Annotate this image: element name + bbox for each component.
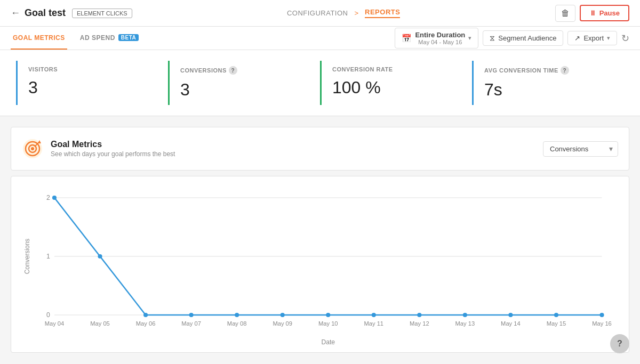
svg-text:May 16: May 16 (592, 320, 612, 327)
tab-goal-metrics[interactable]: GOAL METRICS (11, 27, 67, 50)
pause-icon: ⏸ (589, 9, 596, 17)
metric-label: VISITORS (28, 66, 147, 72)
target-icon (22, 138, 43, 159)
svg-text:May 06: May 06 (136, 320, 156, 327)
svg-text:May 09: May 09 (273, 320, 292, 327)
filter-icon: ⧖ (490, 34, 495, 43)
export-button[interactable]: ↗ Export ▾ (567, 31, 617, 45)
svg-point-34 (372, 313, 376, 317)
metric-label: CONVERSION RATE (332, 66, 451, 72)
svg-point-31 (235, 313, 239, 317)
metric-label: AVG CONVERSION TIME? (484, 66, 603, 75)
nav-center: CONFIGURATION > REPORTS (132, 8, 555, 18)
svg-text:May 08: May 08 (227, 320, 247, 327)
page-title: Goal test (25, 7, 66, 19)
chart-area: 012May 04May 05May 06May 07May 08May 09M… (22, 187, 618, 347)
goal-metrics-header: Goal Metrics See which days your goal pe… (22, 138, 618, 159)
metrics-section: VISITORS3CONVERSIONS?3CONVERSION RATE100… (0, 50, 640, 116)
export-label: Export (583, 34, 604, 42)
svg-point-3 (31, 147, 34, 150)
segment-audience-button[interactable]: ⧖ Segment Audience (483, 30, 563, 46)
metric-value: 3 (180, 80, 299, 100)
metric-label: CONVERSIONS? (180, 66, 299, 75)
chevron-down-icon: ▾ (607, 35, 610, 42)
svg-text:1: 1 (46, 253, 50, 260)
delete-button[interactable]: 🗑 (555, 5, 575, 22)
svg-point-29 (143, 313, 148, 317)
svg-text:May 05: May 05 (90, 320, 110, 327)
date-picker-button[interactable]: 📅 Entire Duration May 04 - May 16 ▾ (395, 28, 478, 48)
svg-point-28 (98, 254, 102, 258)
date-sub: May 04 - May 16 (415, 39, 465, 45)
svg-point-38 (554, 313, 558, 317)
metric-help-icon[interactable]: ? (561, 66, 569, 75)
svg-point-36 (463, 313, 467, 317)
svg-point-37 (508, 313, 513, 317)
svg-text:Date: Date (321, 338, 335, 346)
svg-point-33 (326, 313, 330, 317)
svg-text:Conversions: Conversions (23, 239, 31, 274)
pause-label: Pause (599, 9, 620, 17)
nav-reports[interactable]: REPORTS (365, 8, 400, 18)
svg-text:May 04: May 04 (45, 320, 65, 327)
tabs-bar: GOAL METRICS AD SPEND BETA 📅 Entire Dura… (0, 27, 640, 50)
svg-text:May 10: May 10 (318, 320, 338, 327)
svg-text:May 07: May 07 (181, 320, 201, 327)
header-actions: 🗑 ⏸ Pause (555, 5, 629, 22)
svg-text:May 11: May 11 (364, 320, 383, 327)
svg-point-35 (417, 313, 421, 317)
beta-badge: BETA (118, 34, 139, 41)
calendar-icon: 📅 (402, 34, 412, 43)
tabs: GOAL METRICS AD SPEND BETA (11, 27, 151, 50)
metric-card: AVG CONVERSION TIME?7s (472, 61, 613, 105)
conversions-select[interactable]: ConversionsVisitorsConversion Rate (543, 141, 618, 157)
metric-card: CONVERSION RATE100 % (320, 61, 461, 105)
element-clicks-badge: ELEMENT CLICKS (72, 9, 132, 18)
export-icon: ↗ (574, 34, 580, 42)
content: Goal Metrics See which days your goal pe… (0, 116, 640, 363)
metric-help-icon[interactable]: ? (229, 66, 237, 75)
refresh-button[interactable]: ↻ (621, 33, 629, 44)
svg-point-30 (189, 313, 194, 317)
segment-label: Segment Audience (498, 34, 556, 42)
svg-text:May 13: May 13 (455, 320, 475, 327)
metric-card: CONVERSIONS?3 (168, 61, 309, 105)
metric-value: 100 % (332, 78, 451, 98)
nav-arrow-icon: > (354, 9, 358, 17)
chevron-down-icon: ▾ (468, 35, 471, 42)
svg-point-27 (52, 196, 57, 200)
pause-button[interactable]: ⏸ Pause (580, 5, 629, 21)
date-main: Entire Duration (415, 31, 465, 39)
chart-container: 012May 04May 05May 06May 07May 08May 09M… (11, 176, 629, 353)
goal-metrics-subtitle: See which days your goal performs the be… (51, 150, 175, 158)
metric-card: VISITORS3 (16, 61, 157, 105)
conversions-select-wrapper[interactable]: ConversionsVisitorsConversion Rate (543, 141, 618, 157)
metric-value: 3 (28, 78, 147, 98)
svg-text:May 14: May 14 (501, 320, 521, 327)
header: ← Goal test ELEMENT CLICKS CONFIGURATION… (0, 0, 640, 27)
svg-text:May 15: May 15 (547, 320, 566, 327)
svg-text:2: 2 (46, 194, 50, 201)
svg-point-32 (281, 313, 285, 317)
tab-ad-spend[interactable]: AD SPEND BETA (78, 27, 141, 50)
goal-metrics-card: Goal Metrics See which days your goal pe… (11, 127, 629, 171)
svg-text:May 12: May 12 (410, 320, 429, 327)
chart-svg: 012May 04May 05May 06May 07May 08May 09M… (22, 187, 618, 347)
goal-metrics-left: Goal Metrics See which days your goal pe… (22, 138, 175, 159)
goal-metrics-title: Goal Metrics (51, 140, 175, 149)
tab-controls: 📅 Entire Duration May 04 - May 16 ▾ ⧖ Se… (395, 28, 629, 48)
nav-configuration[interactable]: CONFIGURATION (287, 9, 348, 17)
svg-point-39 (599, 313, 604, 317)
svg-text:0: 0 (46, 311, 50, 319)
back-button[interactable]: ← (11, 7, 20, 19)
metric-value: 7s (484, 80, 603, 100)
help-button[interactable]: ? (610, 334, 629, 353)
